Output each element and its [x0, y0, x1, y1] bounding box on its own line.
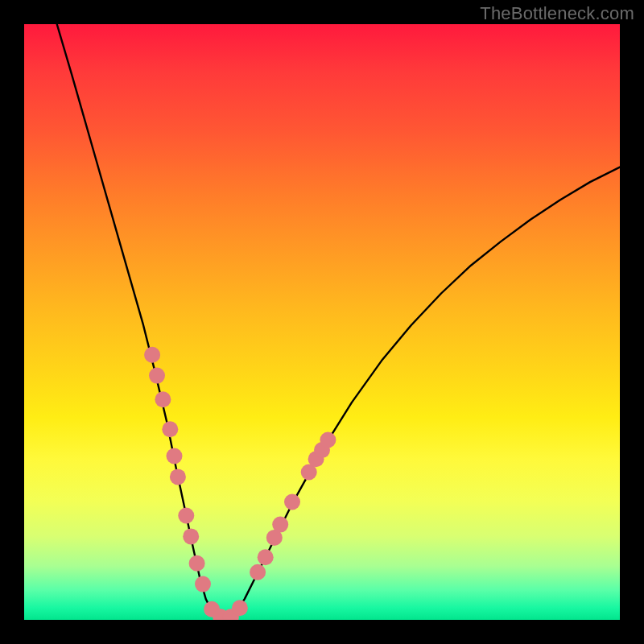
data-point	[170, 469, 186, 485]
chart-frame: TheBottleneck.com	[0, 0, 644, 644]
data-point	[320, 432, 336, 448]
data-point	[178, 508, 194, 524]
chart-svg	[24, 24, 620, 620]
curve-line	[57, 24, 620, 620]
data-point	[232, 600, 248, 616]
data-point	[195, 576, 211, 592]
plot-area	[24, 24, 620, 620]
data-point	[250, 564, 266, 580]
data-point	[284, 494, 300, 510]
data-point	[272, 517, 288, 533]
watermark-text: TheBottleneck.com	[480, 3, 634, 24]
data-point	[258, 549, 274, 565]
data-point	[155, 391, 171, 407]
data-point	[149, 368, 165, 384]
data-point	[167, 448, 183, 464]
data-markers	[144, 347, 336, 620]
data-point	[189, 555, 205, 572]
data-point	[144, 347, 160, 363]
data-point	[162, 421, 178, 437]
data-point	[183, 528, 199, 544]
